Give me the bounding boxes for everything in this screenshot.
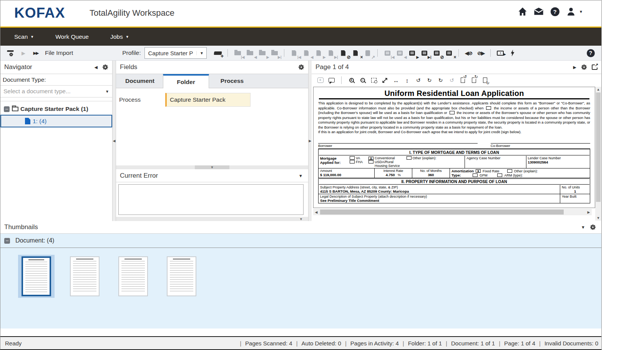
fast-forward-icon[interactable]: ▶▶ <box>31 48 41 58</box>
page-thumbnail-4[interactable] <box>163 255 200 298</box>
menu-work-queue[interactable]: Work Queue <box>55 33 89 40</box>
page-first-icon[interactable]: |◀ <box>289 48 299 58</box>
fields-bottom-splitter[interactable]: ▼ <box>116 217 308 221</box>
document-delete-icon[interactable]: × <box>444 48 454 58</box>
page-thumbnail-2[interactable] <box>66 255 103 298</box>
folder-icon <box>12 107 18 111</box>
vertical-scroll-thumb[interactable] <box>596 92 601 202</box>
tree-folder-label: Capture Starter Pack (1) <box>20 106 88 112</box>
profile-select[interactable]: Capture Starter P ▼ <box>144 47 207 59</box>
inbox-icon[interactable] <box>534 7 544 17</box>
navigator-gear-icon[interactable] <box>102 64 108 70</box>
fields-horizontal-splitter[interactable]: ▼ <box>116 165 308 169</box>
tab-process[interactable]: Process <box>209 74 255 88</box>
scroll-left-icon[interactable]: ◀ <box>313 210 319 214</box>
note-add-icon[interactable]: + <box>315 76 325 84</box>
tab-folder[interactable]: Folder <box>163 74 209 88</box>
page-previous-icon[interactable]: ◀ <box>301 48 311 58</box>
page-thumbnail-3[interactable] <box>115 255 151 298</box>
status-pages-scanned: Pages Scanned: 4 <box>245 340 292 347</box>
home-icon[interactable] <box>518 7 528 17</box>
page-preview[interactable]: Uniform Residential Loan Application Thi… <box>313 87 595 208</box>
rotate-disabled-icon[interactable]: ↺ <box>447 76 456 84</box>
page-reject-icon[interactable]: ⊘ <box>338 48 348 58</box>
collapse-minus-icon[interactable]: – <box>4 238 10 244</box>
marquee-zoom-icon[interactable] <box>369 76 378 84</box>
next-rejected-icon[interactable]: ⊘▶ <box>476 48 486 58</box>
fit-width-icon[interactable]: ↔ <box>391 76 401 84</box>
zoom-out-icon[interactable]: – <box>358 76 367 84</box>
collapse-down-icon[interactable]: ▼ <box>581 225 585 229</box>
tree-folder-row[interactable]: – Capture Starter Pack (1) <box>0 103 112 115</box>
folder-last-icon[interactable]: ▶| <box>269 48 279 58</box>
fields-body: Process Capture Starter Pack <box>116 88 308 165</box>
display-settings-icon[interactable]: ! <box>495 48 505 58</box>
tab-document[interactable]: Document <box>117 74 163 88</box>
interest-rate-cell: Interest Rate4.750 % <box>374 168 412 178</box>
collapse-minus-icon[interactable]: – <box>4 106 10 112</box>
rotate-90-icon[interactable]: ↻ <box>436 76 445 84</box>
fields-gear-icon[interactable] <box>298 64 304 70</box>
fit-height-icon[interactable]: ↕ <box>402 76 412 84</box>
folder-first-icon[interactable]: |◀ <box>232 48 242 58</box>
toolbar-separator <box>490 49 491 57</box>
previous-rejected-icon[interactable]: ◀⊘ <box>463 48 473 58</box>
document-reject-icon[interactable]: ⊘ <box>432 48 442 58</box>
tree-document-row-selected[interactable]: 1: (4) <box>0 115 112 127</box>
page-gear-icon[interactable] <box>581 64 587 70</box>
rotate-right-icon[interactable]: ↻ <box>425 76 434 84</box>
scan-settings-icon[interactable] <box>6 48 16 58</box>
page-last-icon[interactable]: ▶| <box>326 48 336 58</box>
collapse-right-icon[interactable]: ▶ <box>309 139 312 143</box>
zoom-in-icon[interactable]: + <box>347 76 356 84</box>
scroll-down-icon[interactable]: ▼ <box>595 215 601 221</box>
collapse-left-icon[interactable]: ◀ <box>95 65 98 70</box>
folder-previous-icon[interactable]: ◀ <box>245 48 255 58</box>
user-menu-caret-icon[interactable]: ▼ <box>579 10 583 14</box>
user-icon[interactable] <box>566 7 576 17</box>
scan-create-icon[interactable] <box>213 48 223 58</box>
thumbnails-gear-icon[interactable] <box>590 224 596 230</box>
lender-case-value: 1309002564 <box>528 160 548 164</box>
process-field-input[interactable]: Capture Starter Pack <box>165 93 251 107</box>
page-next-icon[interactable]: ▶ <box>314 48 324 58</box>
expand-right-icon[interactable]: ▶ <box>573 65 576 70</box>
collapse-down-icon[interactable]: ▼ <box>299 173 303 178</box>
document-first-icon[interactable]: |◀ <box>382 48 392 58</box>
popout-window-icon[interactable] <box>592 64 598 70</box>
menu-scan[interactable]: Scan▼ <box>14 33 34 40</box>
play-icon[interactable]: ▶ <box>18 48 28 58</box>
help-icon[interactable]: ? <box>550 7 560 17</box>
vertical-scrollbar[interactable]: ▲ ▼ <box>595 87 601 221</box>
toolbar-separator <box>377 49 378 57</box>
property-address-cell: Subject Property Address (street, city, … <box>319 185 560 194</box>
page-delete-icon[interactable]: × <box>350 48 360 58</box>
fields-splitter[interactable]: ▶ <box>309 61 312 221</box>
page-rotate-left-icon[interactable]: ↺ <box>458 76 468 84</box>
year-built-cell: Year Built <box>560 194 590 203</box>
amount-cell: Amount$ 119,000.00 <box>319 168 374 178</box>
page-rotate-right-icon[interactable]: ↻ <box>469 76 479 84</box>
toolbar-help-icon[interactable]: ? <box>586 48 596 58</box>
page-thumbnail-1[interactable] <box>18 255 55 298</box>
navigator-splitter[interactable]: ◀ <box>113 61 116 221</box>
page-export-icon[interactable]: ↗ <box>363 48 373 58</box>
menu-jobs[interactable]: Jobs▼ <box>110 33 129 40</box>
collapse-left-icon[interactable]: ◀ <box>113 139 116 143</box>
document-previous-icon[interactable]: ◀ <box>395 48 405 58</box>
page-refresh-icon[interactable]: ↻ <box>480 76 490 84</box>
comment-icon[interactable] <box>327 76 336 84</box>
fit-page-icon[interactable] <box>380 76 390 84</box>
document-type-select[interactable]: Select a document type... ▼ <box>0 86 112 97</box>
folder-next-icon[interactable]: ▶ <box>257 48 267 58</box>
shortcut-keys-icon[interactable] <box>508 48 518 58</box>
document-last-icon[interactable]: ▶| <box>419 48 429 58</box>
horizontal-scrollbar[interactable]: ◀ ▶ <box>313 209 592 215</box>
scroll-right-icon[interactable]: ▶ <box>586 210 592 214</box>
document-next-icon[interactable]: ▶ <box>407 48 417 58</box>
horizontal-scroll-thumb[interactable] <box>320 210 564 215</box>
rotate-left-icon[interactable]: ↺ <box>413 76 423 84</box>
legal-description-cell: Legal Description of Subject Property (a… <box>319 194 560 203</box>
app-header: KOFAX TotalAgility Workspace ? ▼ <box>0 0 601 26</box>
scroll-up-icon[interactable]: ▲ <box>595 87 601 92</box>
